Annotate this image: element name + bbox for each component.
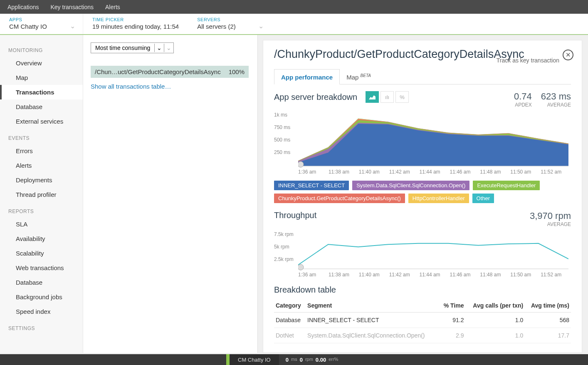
sidebar-item-database[interactable]: Database: [0, 275, 83, 290]
sidebar-item-errors[interactable]: Errors: [0, 144, 83, 158]
sidebar-item-deployments[interactable]: Deployments: [0, 173, 83, 187]
table-cell: INNER_SELECT - SELECT: [306, 313, 440, 328]
apps-picker-value: CM Chatty IO: [9, 23, 74, 30]
throughput-chart: 7.5k rpm5k rpm2.5k rpm 1:36 am11:38 am11…: [274, 231, 571, 278]
time-picker-label: TIME PICKER: [92, 17, 179, 22]
apps-picker-label: APPS: [9, 17, 74, 22]
track-key-transaction[interactable]: Track as key transaction: [497, 57, 559, 64]
table-row[interactable]: DotNetSystem.Data.SqlClient.SqlConnectio…: [274, 328, 571, 343]
throughput-sub: AVERAGE: [530, 221, 571, 227]
table-cell: 2.9: [440, 328, 466, 343]
status-bar: CM Chatty IO 0ms 0rpm 0.00err%: [0, 354, 588, 365]
y-axis-labels: 7.5k rpm5k rpm2.5k rpm: [274, 231, 294, 269]
sort-select-value: Most time consuming: [91, 43, 154, 53]
table-cell: 1.0: [466, 328, 525, 343]
servers-picker-label: SERVERS: [197, 17, 262, 22]
table-row[interactable]: DatabaseINNER_SELECT - SELECT91.21.0568: [274, 313, 571, 328]
breakdown-table: CategorySegment% TimeAvg calls (per txn)…: [274, 299, 571, 343]
sidebar-item-scalability[interactable]: Scalability: [0, 246, 83, 261]
legend-chip[interactable]: ExecuteRequestHandler: [473, 181, 540, 190]
legend-chip[interactable]: Other: [472, 194, 494, 203]
sidebar-item-alerts[interactable]: Alerts: [0, 158, 83, 173]
beta-badge: BETA: [361, 73, 371, 78]
bar-chart-button[interactable]: ılı: [380, 91, 394, 103]
x-axis-labels: 1:36 am11:38 am11:40 am11:42 am11:44 am1…: [298, 169, 571, 175]
table-cell: System.Data.SqlClient.SqlConnection.Open…: [306, 328, 440, 343]
throughput-title: Throughput: [274, 211, 316, 220]
sidebar-item-external-services[interactable]: External services: [0, 114, 83, 129]
chevron-down-icon: [70, 22, 75, 30]
breakdown-chart: 1k ms750 ms500 ms250 ms 1:36 am11:38 am1…: [274, 112, 571, 175]
status-ms: 0: [286, 357, 289, 363]
sidebar-item-thread-profiler[interactable]: Thread profiler: [0, 187, 83, 202]
apdex-label: APDEX: [514, 102, 532, 108]
sidebar-item-overview[interactable]: Overview: [0, 56, 83, 70]
servers-picker-value: All servers (2): [197, 23, 262, 30]
nav-key-transactions[interactable]: Key transactions: [51, 4, 94, 10]
picker-bar: APPS CM Chatty IO TIME PICKER 19 minutes…: [0, 14, 588, 35]
legend-chip[interactable]: ChunkyProduct.GetProductCategoryDetailsA…: [274, 194, 405, 203]
table-header: Category: [274, 299, 306, 313]
apdex-value: 0.74: [514, 91, 532, 102]
transaction-pct: 100%: [229, 68, 245, 75]
sort-select[interactable]: Most time consuming ⌄ ⌄: [91, 42, 174, 53]
svg-point-3: [298, 264, 304, 270]
svg-point-1: [298, 161, 304, 167]
table-cell: 17.7: [525, 328, 571, 343]
chevron-down-icon: ⌄: [164, 44, 173, 52]
avg-label: AVERAGE: [541, 102, 571, 108]
sidebar-item-availability[interactable]: Availability: [0, 231, 83, 246]
legend-chip[interactable]: HttpControllerHandler: [408, 194, 469, 203]
table-header: % Time: [440, 299, 466, 313]
time-picker[interactable]: TIME PICKER 19 minutes ending today, 11:…: [83, 14, 188, 34]
breakdown-table-section: Breakdown table CategorySegment% TimeAvg…: [274, 285, 571, 343]
transaction-name: /Chun…uct/GetProductCategoryDetailsAsync: [95, 68, 221, 75]
avg-value: 623 ms: [541, 91, 571, 102]
legend-chip[interactable]: System.Data.SqlClient.SqlConnection.Open…: [352, 181, 469, 190]
table-header: Segment: [306, 299, 440, 313]
sidebar-group: EVENTS: [0, 129, 83, 144]
time-picker-value: 19 minutes ending today, 11:54: [92, 23, 179, 30]
sidebar-item-sla[interactable]: SLA: [0, 217, 83, 231]
chart-mode-buttons: ılı %: [366, 91, 409, 103]
nav-applications[interactable]: Applications: [7, 4, 39, 10]
panel-tabs: App performance Map BETA: [274, 69, 571, 84]
table-cell: 1.0: [466, 313, 525, 328]
tab-map-label: Map: [346, 74, 358, 81]
nav-alerts[interactable]: Alerts: [105, 4, 120, 10]
detail-panel: /ChunkyProduct/GetProductCategoryDetails…: [263, 40, 582, 353]
sidebar-item-speed-index[interactable]: Speed index: [0, 304, 83, 319]
apps-picker[interactable]: APPS CM Chatty IO: [0, 14, 83, 34]
sidebar-group: MONITORING: [0, 41, 83, 56]
chevron-down-icon: ⌄: [154, 44, 164, 52]
legend-chip[interactable]: INNER_SELECT - SELECT: [274, 181, 349, 190]
sidebar-item-transactions[interactable]: Transactions: [0, 85, 83, 99]
status-app-name: CM Chatty IO: [230, 354, 279, 365]
servers-picker[interactable]: SERVERS All servers (2): [188, 14, 271, 34]
transactions-column: Most time consuming ⌄ ⌄ /Chun…uct/GetPro…: [83, 35, 258, 353]
throughput-value: 3,970 rpm: [530, 211, 571, 221]
close-button[interactable]: ✕: [563, 50, 573, 60]
status-rpm: 0: [300, 357, 303, 363]
tab-map[interactable]: Map BETA: [340, 69, 378, 84]
area-chart-button[interactable]: [366, 91, 379, 103]
sidebar: MONITORINGOverviewMapTransactionsDatabas…: [0, 35, 83, 353]
close-icon: ✕: [566, 51, 571, 59]
sidebar-item-background-jobs[interactable]: Background jobs: [0, 290, 83, 304]
sidebar-item-database[interactable]: Database: [0, 99, 83, 114]
table-cell: DotNet: [274, 328, 306, 343]
breakdown-table-title: Breakdown table: [274, 285, 571, 295]
percent-chart-button[interactable]: %: [395, 91, 409, 103]
breakdown-title: App server breakdown: [274, 92, 357, 102]
status-err: 0.00: [316, 357, 326, 363]
chevron-down-icon: [175, 22, 180, 30]
sidebar-item-map[interactable]: Map: [0, 70, 83, 85]
top-nav: Applications Key transactions Alerts: [0, 0, 588, 14]
sidebar-item-web-transactions[interactable]: Web transactions: [0, 261, 83, 275]
tab-app-performance[interactable]: App performance: [274, 69, 340, 84]
show-all-link[interactable]: Show all transactions table…: [91, 83, 171, 90]
transaction-row[interactable]: /Chun…uct/GetProductCategoryDetailsAsync…: [91, 66, 249, 78]
chevron-down-icon: [258, 22, 264, 30]
chart-legend: INNER_SELECT - SELECTSystem.Data.SqlClie…: [274, 181, 571, 203]
status-indicator: [226, 354, 230, 365]
